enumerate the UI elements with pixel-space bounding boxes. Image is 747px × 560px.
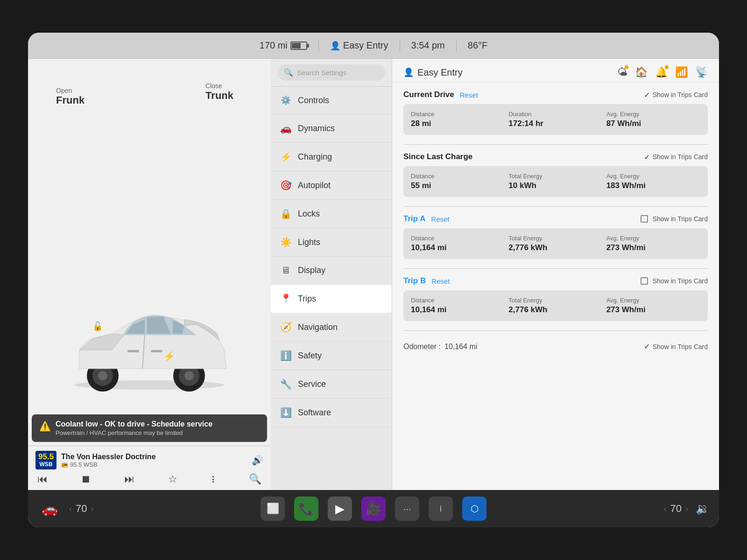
search-placeholder: Search Settings bbox=[297, 69, 346, 77]
nav-label-software: Software bbox=[298, 408, 331, 418]
camera-button[interactable]: 🎥 bbox=[361, 497, 386, 521]
taskbar: 🚗 ‹ 70 › ⬜ 📞 ▶ 🎥 ··· i ⬡ ‹ 70 › 🔉 bbox=[28, 490, 719, 527]
nav-item-autopilot[interactable]: 🎯 Autopilot bbox=[271, 171, 392, 200]
wifi-icon: 📡 bbox=[695, 66, 708, 78]
last-charge-show-trips: ✓ Show in Trips Card bbox=[644, 153, 708, 161]
last-charge-header: Since Last Charge ✓ Show in Trips Card bbox=[403, 152, 708, 161]
prev-button[interactable]: ⏮ bbox=[37, 473, 48, 485]
taskbar-right: ‹ 70 › 🔉 bbox=[616, 502, 710, 515]
nav-label-service: Service bbox=[298, 379, 326, 389]
nav-label-dynamics: Dynamics bbox=[298, 124, 335, 133]
header-icons: 🌤 🏠 🔔 📶 📡 bbox=[617, 66, 708, 78]
nav-items: ⚙️ Controls 🚗 Dynamics ⚡ Charging 🎯 Auto… bbox=[271, 87, 392, 490]
profile-label: Easy Entry bbox=[417, 67, 463, 78]
status-bar: 170 mi 👤 Easy Entry 3:54 pm 86°F bbox=[28, 33, 719, 59]
next-button[interactable]: ⏭ bbox=[124, 473, 134, 485]
bluetooth-button[interactable]: ⬡ bbox=[462, 497, 486, 521]
nav-item-service[interactable]: 🔧 Service bbox=[271, 370, 392, 399]
trip-b-distance: Distance 10,164 mi bbox=[411, 297, 505, 315]
temp-increase-left[interactable]: › bbox=[91, 504, 93, 514]
right-temp-value: 70 bbox=[670, 503, 682, 515]
divider-4 bbox=[403, 330, 708, 331]
locks-icon: 🔒 bbox=[280, 208, 291, 219]
left-temp-value: 70 bbox=[76, 503, 87, 515]
svg-text:🔓: 🔓 bbox=[92, 321, 103, 331]
current-drive-distance: Distance 28 mi bbox=[411, 111, 505, 128]
nav-label-display: Display bbox=[298, 266, 325, 275]
software-icon: ⬇️ bbox=[280, 407, 291, 418]
trip-b-reset[interactable]: Reset bbox=[431, 277, 450, 285]
left-temp-display: ‹ 70 › bbox=[69, 503, 93, 515]
trip-a-section: Trip A Reset Show in Trips Card Distance… bbox=[403, 214, 708, 259]
trip-b-checkbox[interactable] bbox=[641, 277, 648, 285]
home-icon: 🏠 bbox=[635, 66, 648, 78]
current-drive-title: Current Drive bbox=[403, 90, 454, 99]
equalizer-button[interactable]: ⫶ bbox=[211, 473, 216, 485]
odometer-check: ✓ bbox=[644, 342, 650, 351]
phone-button[interactable]: 📞 bbox=[294, 497, 318, 521]
favorite-button[interactable]: ☆ bbox=[168, 473, 177, 485]
info-button[interactable]: i bbox=[429, 497, 453, 521]
main-content: Open Frunk Close Trunk bbox=[28, 59, 719, 490]
screen-button[interactable]: ⬜ bbox=[261, 497, 285, 521]
service-icon: 🔧 bbox=[280, 378, 291, 390]
trip-a-reset[interactable]: Reset bbox=[431, 215, 450, 223]
temp-decrease-left[interactable]: ‹ bbox=[69, 504, 72, 514]
nav-item-trips[interactable]: 📍 Trips bbox=[271, 285, 392, 313]
nav-item-software[interactable]: ⬇️ Software bbox=[271, 399, 392, 427]
car-svg: ⚡ 🔓 bbox=[51, 252, 247, 392]
right-temp-display: ‹ 70 › bbox=[664, 503, 688, 515]
temp-increase-right[interactable]: › bbox=[685, 504, 688, 514]
current-drive-card: Distance 28 mi Duration 172:14 hr Avg. E… bbox=[403, 104, 708, 135]
stop-button[interactable]: ⏹ bbox=[81, 473, 91, 485]
nav-item-locks[interactable]: 🔒 Locks bbox=[271, 200, 392, 228]
profile-icon: 👤 bbox=[403, 67, 414, 77]
frunk-action: Open bbox=[56, 87, 85, 94]
autopilot-icon: 🎯 bbox=[280, 180, 291, 191]
nav-item-display[interactable]: 🖥 Display bbox=[271, 257, 392, 285]
last-charge-title: Since Last Charge bbox=[403, 152, 472, 161]
taskbar-left: 🚗 ‹ 70 › bbox=[37, 497, 131, 521]
music-title: The Von Haessler Doctrine bbox=[61, 453, 155, 461]
nav-item-controls[interactable]: ⚙️ Controls bbox=[271, 87, 392, 114]
trunk-label[interactable]: Close Trunk bbox=[205, 82, 233, 102]
nav-item-dynamics[interactable]: 🚗 Dynamics bbox=[271, 114, 392, 143]
nav-label-trips: Trips bbox=[298, 294, 316, 304]
trip-a-title: Trip A bbox=[403, 214, 426, 224]
nav-item-safety[interactable]: ℹ️ Safety bbox=[271, 342, 392, 370]
trunk-action: Close bbox=[205, 82, 233, 90]
search-icon: 🔍 bbox=[284, 68, 293, 77]
search-music-button[interactable]: 🔍 bbox=[249, 473, 261, 485]
current-drive-reset[interactable]: Reset bbox=[460, 91, 478, 99]
svg-rect-9 bbox=[151, 350, 162, 352]
volume-icon[interactable]: 🔉 bbox=[696, 502, 710, 515]
more-button[interactable]: ··· bbox=[395, 497, 419, 521]
trip-b-avg-energy: Avg. Energy 273 Wh/mi bbox=[606, 297, 700, 315]
navigation-icon: 🧭 bbox=[280, 322, 291, 333]
last-charge-check: ✓ bbox=[644, 153, 650, 161]
alert-title: Coolant low - OK to drive - Schedule ser… bbox=[56, 420, 212, 428]
frunk-label[interactable]: Open Frunk bbox=[56, 87, 85, 106]
nav-item-charging[interactable]: ⚡ Charging bbox=[271, 143, 392, 171]
nav-label-locks: Locks bbox=[298, 209, 320, 219]
search-container[interactable]: 🔍 Search Settings bbox=[277, 64, 385, 81]
nav-label-autopilot: Autopilot bbox=[298, 181, 331, 190]
trip-a-checkbox[interactable] bbox=[641, 215, 648, 223]
temp-decrease-right[interactable]: ‹ bbox=[664, 504, 667, 514]
trip-a-header: Trip A Reset Show in Trips Card bbox=[403, 214, 708, 224]
nav-item-lights[interactable]: ☀️ Lights bbox=[271, 228, 392, 257]
media-button[interactable]: ▶ bbox=[328, 497, 352, 521]
nav-label-safety: Safety bbox=[298, 351, 322, 361]
trips-panel: 👤 Easy Entry 🌤 🏠 🔔 📶 📡 bbox=[392, 59, 719, 490]
trip-a-distance: Distance 10,164 mi bbox=[411, 235, 505, 252]
car-button[interactable]: 🚗 bbox=[37, 497, 62, 521]
status-time: 3:54 pm bbox=[411, 40, 445, 51]
trip-a-energy: Total Energy 2,776 kWh bbox=[508, 235, 602, 252]
profile-area: 👤 Easy Entry bbox=[403, 67, 463, 78]
nav-label-lights: Lights bbox=[298, 238, 320, 247]
tesla-screen: 170 mi 👤 Easy Entry 3:54 pm 86°F Open Fr… bbox=[28, 33, 719, 527]
nav-item-navigation[interactable]: 🧭 Navigation bbox=[271, 313, 392, 342]
trip-a-avg-energy: Avg. Energy 273 Wh/mi bbox=[606, 235, 700, 252]
svg-rect-8 bbox=[127, 350, 139, 352]
display-icon: 🖥 bbox=[280, 265, 291, 276]
